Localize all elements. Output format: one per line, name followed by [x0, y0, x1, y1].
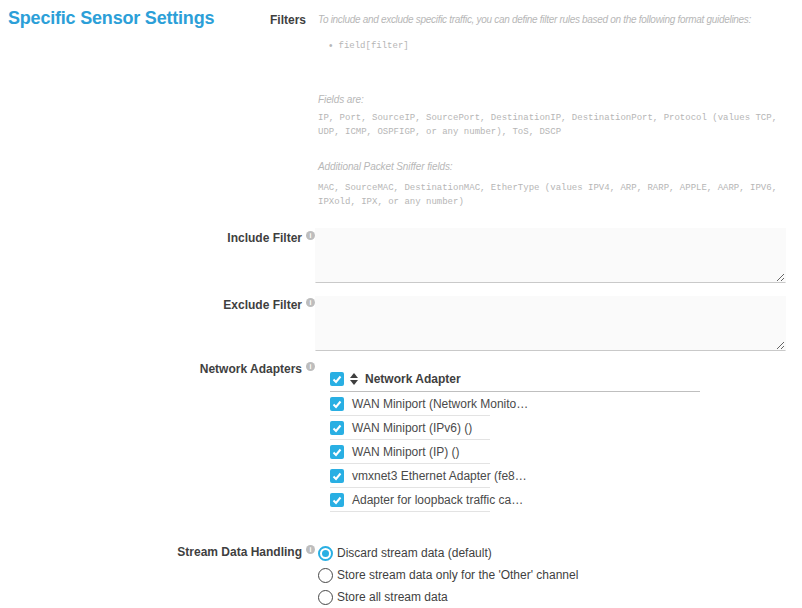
stream-data-handling-label: Stream Data Handlingi	[0, 545, 315, 559]
include-filter-label: Include Filteri	[0, 231, 315, 245]
stream-data-handling-label-text: Stream Data Handling	[177, 545, 302, 559]
adapter-checkbox[interactable]	[330, 445, 344, 459]
adapter-checkbox[interactable]	[330, 493, 344, 507]
adapter-row: WAN Miniport (IP) ()	[330, 440, 490, 464]
radio-button-icon[interactable]	[318, 546, 333, 561]
adapter-checkbox[interactable]	[330, 469, 344, 483]
filters-label-text: Filters	[270, 13, 306, 27]
filters-intro-text: To include and exclude specific traffic,…	[318, 14, 751, 25]
info-icon[interactable]: i	[306, 545, 315, 554]
fields-list-text: IP, Port, SourceIP, SourcePort, Destinat…	[318, 111, 777, 139]
bullet-icon: •	[329, 39, 333, 52]
additional-fields-list-text: MAC, SourceMAC, DestinationMAC, EtherTyp…	[318, 181, 777, 209]
network-adapters-label: Network Adaptersi	[0, 362, 315, 376]
adapter-row: Adapter for loopback traffic ca…	[330, 488, 490, 512]
adapter-name: Adapter for loopback traffic ca…	[352, 493, 523, 507]
include-filter-textarea[interactable]	[315, 228, 786, 283]
adapter-name: WAN Miniport (IP) ()	[352, 445, 460, 459]
radio-button-icon[interactable]	[318, 568, 333, 583]
stream-data-handling-options: Discard stream data (default) Store stre…	[318, 542, 578, 608]
radio-button-icon[interactable]	[318, 590, 333, 605]
sort-desc-icon	[350, 380, 358, 385]
exclude-filter-label-text: Exclude Filter	[223, 298, 302, 312]
fields-are-label: Fields are:	[318, 94, 364, 105]
exclude-filter-textarea[interactable]	[315, 296, 786, 351]
adapter-name: WAN Miniport (IPv6) ()	[352, 421, 472, 435]
include-filter-label-text: Include Filter	[227, 231, 302, 245]
additional-fields-label: Additional Packet Sniffer fields:	[318, 161, 453, 172]
sort-icon[interactable]	[350, 373, 358, 385]
radio-option-store-all[interactable]: Store all stream data	[318, 586, 578, 608]
adapter-row: WAN Miniport (IPv6) ()	[330, 416, 490, 440]
adapter-checkbox[interactable]	[330, 397, 344, 411]
network-adapters-label-text: Network Adapters	[200, 362, 302, 376]
checkmark-icon	[331, 446, 343, 458]
checkmark-icon	[331, 373, 343, 385]
adapter-row: vmxnet3 Ethernet Adapter (fe8…	[330, 464, 490, 488]
filter-format-bullet-item: • field[filter]	[329, 39, 409, 53]
checkmark-icon	[331, 398, 343, 410]
info-icon[interactable]: i	[306, 298, 315, 307]
info-icon[interactable]: i	[306, 362, 315, 371]
radio-option-discard[interactable]: Discard stream data (default)	[318, 542, 578, 564]
adapter-checkbox[interactable]	[330, 421, 344, 435]
radio-option-label: Store all stream data	[337, 590, 448, 604]
radio-option-store-other[interactable]: Store stream data only for the 'Other' c…	[318, 564, 578, 586]
adapter-column-header: Network Adapter	[365, 372, 461, 386]
adapter-name: WAN Miniport (Network Monito…	[352, 397, 528, 411]
checkmark-icon	[331, 470, 343, 482]
radio-option-label: Discard stream data (default)	[337, 546, 492, 560]
network-adapter-table: Network Adapter WAN Miniport (Network Mo…	[330, 366, 700, 512]
sensor-settings-page: Specific Sensor Settings Filters Include…	[0, 0, 802, 608]
select-all-checkbox[interactable]	[330, 372, 344, 386]
info-icon[interactable]: i	[306, 231, 315, 240]
filters-label: Filters	[0, 13, 306, 27]
filter-format-code: field[filter]	[339, 39, 409, 53]
adapter-name: vmxnet3 Ethernet Adapter (fe8…	[352, 469, 527, 483]
adapter-row: WAN Miniport (Network Monito…	[330, 392, 490, 416]
sort-asc-icon	[350, 373, 358, 378]
checkmark-icon	[331, 494, 343, 506]
radio-option-label: Store stream data only for the 'Other' c…	[337, 568, 578, 582]
checkmark-icon	[331, 422, 343, 434]
adapter-table-header[interactable]: Network Adapter	[330, 366, 700, 392]
exclude-filter-label: Exclude Filteri	[0, 298, 315, 312]
